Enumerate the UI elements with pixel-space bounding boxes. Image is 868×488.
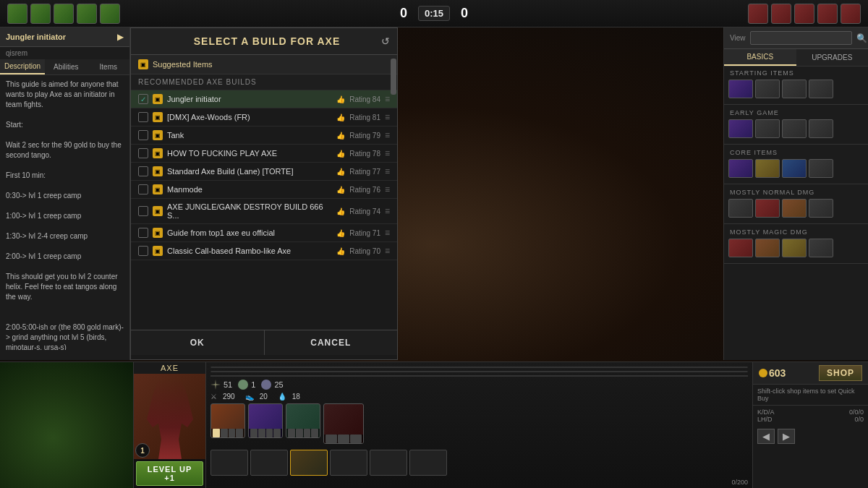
- folder-icon: ▣: [138, 59, 148, 69]
- guide-panel: Jungler initiator ▶ qisrem Description A…: [0, 27, 130, 360]
- ok-button[interactable]: OK: [131, 330, 264, 355]
- item-3-3[interactable]: [809, 199, 833, 218]
- item-4-0[interactable]: [728, 239, 753, 257]
- xp-display: 0/200: [210, 479, 748, 486]
- inv-slot-4[interactable]: [330, 450, 367, 476]
- build-row[interactable]: ▣ AXE JUNGLE/GANK DESTROY BUILD 666 S...…: [131, 199, 397, 224]
- inv-slot-3[interactable]: [290, 450, 328, 476]
- tab-abilities[interactable]: Abilities: [45, 59, 87, 74]
- build-check-3: [138, 148, 148, 158]
- speed-value: 25: [274, 380, 283, 389]
- ability-4-ultimate[interactable]: [323, 403, 364, 444]
- prev-button[interactable]: ◀: [757, 429, 775, 444]
- build-row[interactable]: ▣ Standard Axe Build (Lane) [TORTE] 👍 Ra…: [131, 163, 397, 181]
- section-title-1: EARLY GAME: [724, 106, 868, 119]
- item-4-1[interactable]: [755, 239, 780, 257]
- dot: [213, 429, 220, 437]
- inv-slot-1[interactable]: [210, 450, 248, 476]
- section-title-3: MOSTLY NORMAL DMG: [724, 186, 868, 199]
- level-up-button[interactable]: LEVEL UP +1: [136, 461, 203, 486]
- item-1-1[interactable]: [755, 119, 780, 138]
- build-check-6: [138, 206, 148, 216]
- rating-5: Rating 76: [349, 186, 380, 194]
- ability-3[interactable]: [286, 403, 320, 438]
- tab-description[interactable]: Description: [0, 59, 45, 74]
- item-0-3[interactable]: [809, 80, 833, 98]
- scrollbar-handle[interactable]: [391, 59, 396, 95]
- shop-button[interactable]: SHOP: [819, 365, 862, 381]
- ability-1[interactable]: [210, 403, 245, 438]
- items-sections: STARTING ITEMSEARLY GAMECORE ITEMSMOSTLY…: [724, 67, 868, 341]
- hud-score: 0 0:15 0: [400, 6, 468, 21]
- item-1-0[interactable]: [728, 119, 753, 138]
- build-row[interactable]: ▣ HOW TO FUCKING PLAY AXE 👍 Rating 78 ≡: [131, 145, 397, 163]
- gold-display: 603: [759, 367, 786, 379]
- suggested-items-row[interactable]: ▣ Suggested Items: [131, 55, 397, 74]
- tab-basics[interactable]: BASICS: [724, 49, 796, 66]
- folder-icon-7: ▣: [153, 228, 163, 238]
- build-name-4: Standard Axe Build (Lane) [TORTE]: [167, 167, 332, 176]
- inv-slot-6[interactable]: [409, 450, 447, 476]
- tab-items[interactable]: Items: [88, 59, 129, 74]
- cancel-button[interactable]: CANCEL: [265, 330, 398, 355]
- item-4-3[interactable]: [809, 239, 833, 257]
- tab-upgrades[interactable]: UPGRADES: [796, 49, 869, 66]
- item-0-2[interactable]: [782, 80, 807, 98]
- build-row[interactable]: ▣ Tank 👍 Rating 79 ≡: [131, 127, 397, 145]
- section-divider-3: [724, 223, 868, 224]
- item-2-0[interactable]: [728, 159, 753, 178]
- shop-section: 603 SHOP Shift-click shop items to set Q…: [752, 362, 868, 488]
- build-name-0: Jungler initiator: [167, 95, 332, 103]
- attack-stat: 51: [210, 380, 232, 390]
- item-3-0[interactable]: [728, 199, 753, 218]
- thumb-icon-1: 👍: [336, 114, 345, 121]
- stats-row-2: ⚔ 290 👟 20 💧 18: [210, 393, 748, 401]
- build-row[interactable]: ✓ ▣ Jungler initiator 👍 Rating 84 ≡: [131, 90, 397, 108]
- inv-slot-5[interactable]: [370, 450, 407, 476]
- ability-2-levels: [249, 429, 282, 437]
- speed-icon: [261, 380, 271, 390]
- item-1-3[interactable]: [809, 119, 833, 138]
- armor-stat: 1: [238, 380, 255, 390]
- stats-row: 51 1 25: [210, 380, 748, 390]
- hero-icon-radiant-1: [7, 4, 27, 24]
- dire-team: [748, 4, 861, 24]
- item-2-2[interactable]: [782, 159, 807, 178]
- minimap: [0, 362, 134, 488]
- bottom-hud: AXE 1 LEVEL UP +1 625 / 625 234 / 234 51: [0, 361, 868, 488]
- thumb-icon-3: 👍: [336, 150, 345, 158]
- gold-icon: [759, 369, 767, 377]
- item-3-2[interactable]: [782, 199, 807, 218]
- inv-slot-2[interactable]: [250, 450, 288, 476]
- refresh-button[interactable]: ↺: [381, 35, 390, 47]
- item-3-1[interactable]: [755, 199, 780, 218]
- hero-icon-dire-3: [794, 4, 814, 24]
- item-2-1[interactable]: [755, 159, 780, 178]
- defense-num: 290: [223, 393, 235, 401]
- build-row[interactable]: ▣ Classic Call-based Rambo-like Axe 👍 Ra…: [131, 242, 397, 260]
- item-0-0[interactable]: [728, 80, 753, 98]
- minimap-bg: [0, 362, 133, 488]
- next-button[interactable]: ▶: [778, 429, 795, 444]
- hero-icon-dire-5: [841, 4, 861, 24]
- build-row[interactable]: ▣ Manmode 👍 Rating 76 ≡: [131, 181, 397, 199]
- items-tabs: BASICS UPGRADES: [724, 49, 868, 67]
- item-search-input[interactable]: [750, 31, 852, 45]
- build-row[interactable]: ▣ Guide from top1 axe eu official 👍 Rati…: [131, 224, 397, 242]
- right-panel-items: View 🔍 BASICS UPGRADES STARTING ITEMSEAR…: [723, 27, 868, 360]
- build-row[interactable]: ▣ [DMX] Axe-Woods (FR) 👍 Rating 81 ≡: [131, 108, 397, 127]
- ability-2[interactable]: [248, 403, 283, 438]
- ms-icon: 👟: [245, 393, 254, 401]
- build-check-5: [138, 184, 148, 194]
- attack-icon: [210, 380, 221, 390]
- more-icon-2: ≡: [385, 130, 390, 140]
- kda-value: 0/0/0: [849, 408, 864, 416]
- item-2-3[interactable]: [809, 159, 833, 178]
- thumb-icon-4: 👍: [336, 168, 345, 176]
- item-4-2[interactable]: [782, 239, 807, 257]
- item-0-1[interactable]: [755, 80, 780, 98]
- attack-value: 51: [224, 380, 232, 389]
- build-name-3: HOW TO FUCKING PLAY AXE: [167, 149, 332, 158]
- rating-6: Rating 74: [349, 207, 380, 215]
- item-1-2[interactable]: [782, 119, 807, 138]
